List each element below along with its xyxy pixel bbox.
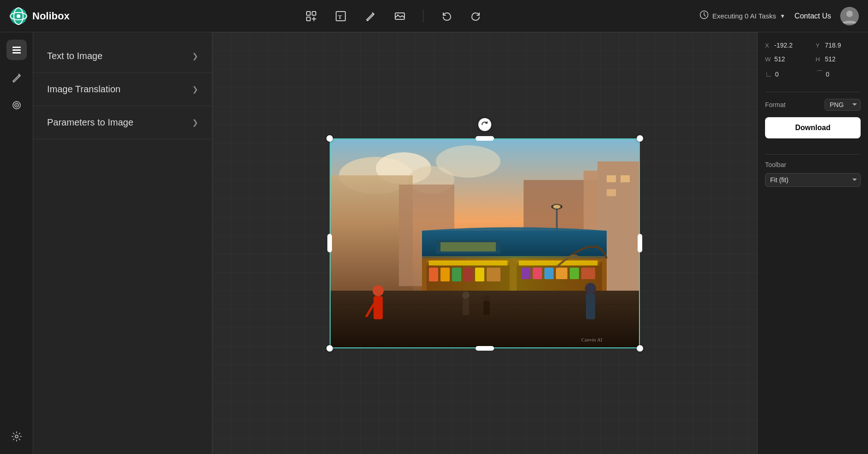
svg-point-38 (553, 205, 561, 209)
handle-bottom-right[interactable] (637, 345, 643, 352)
format-select[interactable]: PNG JPG WEBP SVG (825, 99, 861, 111)
h-group: H 512 (816, 55, 861, 63)
svg-point-3 (17, 14, 20, 18)
svg-rect-49 (475, 268, 484, 281)
svg-rect-46 (440, 268, 450, 281)
handle-top-left[interactable] (326, 135, 333, 142)
sidebar-pen-button[interactable] (6, 67, 27, 88)
y-group: Y 718.9 (816, 42, 861, 49)
w-group: W 512 (765, 55, 810, 63)
executing-tasks-label: Executing 0 AI Tasks (712, 12, 776, 20)
handle-left-center[interactable] (327, 234, 332, 252)
user-avatar[interactable] (840, 7, 859, 25)
svg-point-15 (846, 11, 853, 17)
h-value: 512 (825, 55, 836, 63)
svg-rect-33 (607, 175, 616, 182)
text-button[interactable]: T (332, 8, 349, 24)
menu-item-image-translation[interactable]: Image Translation ❯ (33, 73, 212, 106)
svg-rect-50 (487, 268, 500, 281)
body: Text to Image ❯ Image Translation ❯ Para… (0, 32, 868, 454)
handle-bottom-left[interactable] (326, 345, 333, 352)
draw-button[interactable] (362, 8, 379, 24)
x-label: X (765, 42, 772, 49)
x-value: -192.2 (774, 42, 793, 49)
svg-rect-54 (556, 268, 567, 279)
w-value: 512 (774, 55, 785, 63)
menu-item-text-to-image[interactable]: Text to Image ❯ (33, 40, 212, 73)
handle-top-right[interactable] (637, 135, 643, 142)
image-button[interactable] (392, 8, 408, 24)
svg-rect-53 (544, 268, 554, 279)
svg-rect-47 (452, 268, 461, 281)
svg-rect-48 (464, 268, 473, 281)
text-to-image-chevron: ❯ (192, 52, 198, 60)
svg-rect-55 (570, 268, 579, 279)
undo-button[interactable] (438, 8, 455, 24)
svg-rect-5 (312, 12, 316, 15)
executing-tasks-chevron: ▼ (780, 13, 785, 19)
canvas-area[interactable]: Canvin AI (212, 32, 757, 454)
canvas-image: Canvin AI (330, 138, 640, 348)
svg-rect-56 (581, 268, 595, 279)
menu-item-parameters-to-image[interactable]: Parameters to Image ❯ (33, 106, 212, 139)
add-button[interactable] (303, 8, 319, 24)
sidebar-target-button[interactable] (6, 95, 27, 115)
sidebar-layers-button[interactable] (6, 40, 27, 60)
download-button[interactable]: Download (765, 117, 861, 138)
svg-rect-17 (12, 49, 21, 51)
angle-label: ∟ (765, 70, 772, 78)
svg-rect-18 (12, 52, 21, 54)
svg-rect-69 (483, 301, 490, 315)
rotate-handle[interactable] (478, 118, 491, 131)
toolbar-icons: T (97, 8, 690, 24)
sidebar-settings-button[interactable] (6, 426, 27, 447)
corner-group: ⌒ 0 (816, 69, 861, 79)
svg-rect-52 (533, 268, 542, 279)
contact-us-button[interactable]: Contact Us (795, 12, 831, 20)
logo-text: Nolibox (32, 10, 70, 22)
clock-icon (699, 10, 709, 22)
toolbar-separator (423, 10, 423, 23)
svg-point-12 (397, 14, 398, 16)
angle-row: ∟ 0 ⌒ 0 (765, 69, 861, 79)
handle-bottom-center[interactable] (476, 346, 494, 351)
header-right: Executing 0 AI Tasks ▼ Contact Us (699, 7, 859, 25)
canvas-wrapper[interactable]: Canvin AI (330, 138, 640, 348)
svg-point-68 (483, 294, 490, 301)
image-translation-chevron: ❯ (192, 85, 198, 94)
svg-rect-45 (429, 268, 438, 281)
corner-value: 0 (826, 71, 830, 78)
header: Nolibox T (0, 0, 868, 32)
format-row: Format PNG JPG WEBP SVG (765, 99, 861, 111)
svg-rect-65 (586, 294, 595, 319)
y-value: 718.9 (825, 42, 841, 49)
left-menu: Text to Image ❯ Image Translation ❯ Para… (33, 32, 212, 454)
executing-tasks[interactable]: Executing 0 AI Tasks ▼ (699, 10, 785, 22)
h-label: H (816, 56, 822, 63)
handle-top-center[interactable] (476, 136, 494, 141)
x-group: X -192.2 (765, 42, 810, 49)
fit-select[interactable]: Fit (fit) Fill Original Custom (765, 173, 861, 187)
svg-point-64 (585, 283, 596, 294)
angle-value: 0 (775, 71, 779, 78)
svg-rect-16 (12, 47, 21, 48)
svg-rect-51 (521, 268, 530, 279)
svg-rect-34 (621, 175, 630, 182)
format-label: Format (765, 101, 785, 108)
svg-point-27 (436, 145, 500, 178)
svg-rect-43 (429, 261, 507, 265)
handle-right-center[interactable] (638, 234, 642, 252)
toolbar-section-label: Toolbar (765, 161, 861, 168)
w-label: W (765, 56, 772, 63)
redo-button[interactable] (468, 8, 484, 24)
logo-area: Nolibox (9, 7, 70, 25)
xy-row: X -192.2 Y 718.9 (765, 42, 861, 49)
svg-rect-62 (374, 296, 383, 319)
svg-rect-67 (463, 299, 469, 315)
svg-rect-6 (307, 17, 310, 21)
right-panel: X -192.2 Y 718.9 W 512 H 512 ∟ 0 (757, 32, 868, 454)
divider-1 (765, 92, 861, 92)
svg-rect-4 (307, 12, 310, 15)
svg-point-21 (16, 105, 17, 106)
wh-row: W 512 H 512 (765, 55, 861, 63)
